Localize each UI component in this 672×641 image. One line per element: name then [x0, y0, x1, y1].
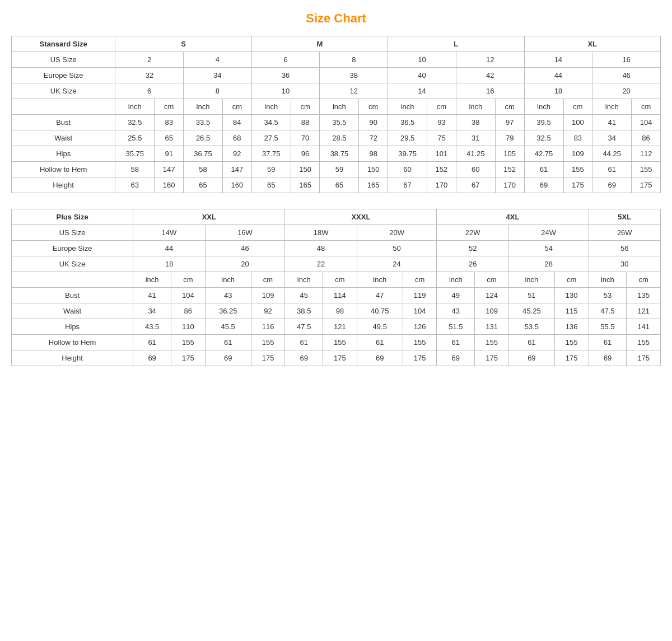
std-cell-4-3: 160 [222, 177, 251, 193]
std-cell-2-14: 44.25 [592, 146, 632, 162]
plus-row-label-1: Waist [12, 303, 133, 319]
std-cell-0-8: 36.5 [388, 115, 427, 130]
std-cell-4-10: 67 [456, 177, 495, 193]
plus-cell-0-13: 135 [627, 288, 661, 303]
us-size-10: 10 [388, 52, 456, 68]
uk-8: 8 [184, 83, 252, 99]
plus-cell-2-5: 121 [323, 319, 357, 335]
plus-uk-30: 30 [589, 256, 660, 272]
std-cell-4-9: 170 [427, 177, 456, 193]
std-cell-1-12: 32.5 [524, 130, 563, 146]
uk-16: 16 [456, 83, 524, 99]
std-cell-3-13: 155 [563, 162, 592, 177]
plus-cell-1-7: 104 [403, 303, 437, 319]
plus-unit-5: inch [285, 272, 323, 288]
plus-cell-1-1: 86 [171, 303, 206, 319]
std-cell-3-1: 147 [155, 162, 184, 177]
std-cell-2-12: 42.75 [524, 146, 563, 162]
std-cell-3-10: 60 [456, 162, 495, 177]
plus-cell-0-5: 114 [323, 288, 357, 303]
plus-cell-3-8: 61 [437, 335, 475, 350]
std-unit-8: cm [359, 99, 388, 115]
plus-cell-4-9: 175 [475, 350, 509, 366]
std-cell-2-5: 96 [291, 146, 320, 162]
std-cell-3-12: 61 [524, 162, 563, 177]
us-size-8: 8 [320, 52, 388, 68]
plus-cell-2-4: 47.5 [285, 319, 323, 335]
plus-eu-54: 54 [508, 241, 589, 256]
5xl-group: 5XL [589, 209, 660, 225]
plus-cell-1-8: 43 [437, 303, 475, 319]
plus-cell-2-7: 126 [403, 319, 437, 335]
uk-20: 20 [592, 83, 661, 99]
plus-unit-2: cm [171, 272, 206, 288]
std-row-label-3: Hollow to Hem [12, 162, 115, 177]
std-unit-2: cm [155, 99, 184, 115]
std-cell-2-7: 98 [359, 146, 388, 162]
std-cell-4-2: 65 [184, 177, 223, 193]
plus-cell-4-13: 175 [627, 350, 661, 366]
plus-cell-0-3: 109 [251, 288, 285, 303]
std-cell-1-11: 79 [495, 130, 524, 146]
std-unit-5: inch [251, 99, 291, 115]
uk-18: 18 [524, 83, 592, 99]
us-size-2: 2 [115, 52, 184, 68]
std-cell-4-0: 63 [115, 177, 155, 193]
std-cell-2-13: 109 [563, 146, 592, 162]
std-cell-0-5: 88 [291, 115, 320, 130]
plus-cell-4-5: 175 [323, 350, 357, 366]
plus-unit-14: cm [627, 272, 661, 288]
plus-row-label-4: Height [12, 350, 133, 366]
standard-size-table: Stansard Size S M L XL US Size 2 4 6 8 1… [11, 36, 661, 193]
std-cell-1-7: 72 [359, 130, 388, 146]
std-unit-7: inch [320, 99, 359, 115]
std-cell-4-13: 175 [563, 177, 592, 193]
std-cell-3-3: 147 [222, 162, 251, 177]
std-cell-1-2: 26.5 [184, 130, 223, 146]
std-cell-4-7: 165 [359, 177, 388, 193]
plus-us-18w: 18W [285, 225, 357, 241]
plus-cell-2-13: 141 [627, 319, 661, 335]
std-cell-2-3: 92 [222, 146, 251, 162]
std-cell-3-0: 58 [115, 162, 155, 177]
plus-cell-3-11: 155 [554, 335, 589, 350]
std-cell-4-4: 65 [251, 177, 291, 193]
std-cell-4-6: 65 [320, 177, 359, 193]
std-cell-3-9: 152 [427, 162, 456, 177]
std-cell-1-10: 31 [456, 130, 495, 146]
std-cell-2-1: 91 [155, 146, 184, 162]
plus-cell-3-10: 61 [508, 335, 554, 350]
plus-cell-0-9: 124 [475, 288, 509, 303]
plus-europe-size-label: Europe Size [12, 241, 133, 256]
plus-cell-1-9: 109 [475, 303, 509, 319]
std-cell-1-6: 28.5 [320, 130, 359, 146]
std-cell-0-10: 38 [456, 115, 495, 130]
plus-cell-0-2: 43 [205, 288, 251, 303]
std-cell-3-15: 155 [632, 162, 661, 177]
std-unit-11: inch [456, 99, 495, 115]
std-unit-4: cm [222, 99, 251, 115]
uk-12: 12 [320, 83, 388, 99]
plus-cell-2-11: 136 [554, 319, 589, 335]
plus-cell-0-4: 45 [285, 288, 323, 303]
plus-size-table: Plus Size XXL XXXL 4XL 5XL US Size 14W 1… [11, 209, 661, 366]
std-unit-empty [12, 99, 115, 115]
std-cell-3-14: 61 [592, 162, 632, 177]
plus-unit-13: inch [589, 272, 627, 288]
std-cell-0-2: 33.5 [184, 115, 223, 130]
eu-36: 36 [251, 68, 320, 83]
page-title: Size Chart [11, 11, 661, 26]
us-size-4: 4 [184, 52, 252, 68]
plus-cell-3-9: 155 [475, 335, 509, 350]
plus-cell-1-10: 45.25 [508, 303, 554, 319]
plus-unit-9: inch [437, 272, 475, 288]
plus-cell-3-12: 61 [589, 335, 627, 350]
std-cell-4-11: 170 [495, 177, 524, 193]
plus-unit-4: cm [251, 272, 285, 288]
plus-cell-4-10: 69 [508, 350, 554, 366]
plus-cell-4-4: 69 [285, 350, 323, 366]
std-cell-0-1: 83 [155, 115, 184, 130]
std-cell-0-11: 97 [495, 115, 524, 130]
plus-us-size-label: US Size [12, 225, 133, 241]
plus-unit-8: cm [403, 272, 437, 288]
